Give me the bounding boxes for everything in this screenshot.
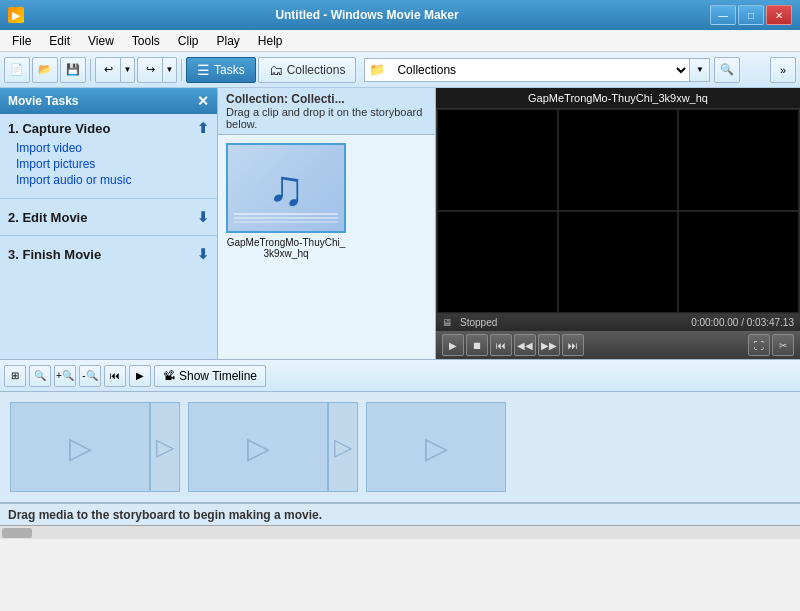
collections-dropdown-arrow[interactable]: ▼	[689, 59, 709, 81]
capture-links: Import video Import pictures Import audi…	[8, 136, 209, 188]
undo-button[interactable]: ↩	[95, 57, 121, 83]
show-timeline-button[interactable]: 📽 Show Timeline	[154, 365, 266, 387]
preview-screen	[436, 108, 800, 314]
preview-screen-icon: 🖥	[442, 317, 452, 328]
preview-status: Stopped	[460, 317, 687, 328]
storyboard-group-2: ▷ ▷	[188, 402, 358, 492]
tab-collections-label: Collections	[287, 63, 346, 77]
preview-time: 0:00:00.00 / 0:03:47.13	[691, 317, 794, 328]
storyboard-slot-3[interactable]: ▷	[366, 402, 506, 492]
menu-edit[interactable]: Edit	[41, 32, 78, 50]
edit-movie-heading[interactable]: 2. Edit Movie ⬇	[8, 209, 209, 225]
media-label: GapMeTrongMo-ThuyChi_3k9xw_hq	[226, 237, 346, 259]
storyboard-slot-2[interactable]: ▷	[188, 402, 328, 492]
collections-dropdown[interactable]: 📁 Collections ▼	[364, 58, 710, 82]
app-icon: ▶	[8, 7, 24, 23]
save-button[interactable]: 💾	[60, 57, 86, 83]
collections-select[interactable]: Collections	[389, 59, 689, 81]
music-lines	[228, 213, 344, 223]
preview-cell-3	[678, 109, 799, 211]
capture-video-heading[interactable]: 1. Capture Video ⬆	[8, 120, 209, 136]
storyboard-group-1: ▷ ▷	[10, 402, 180, 492]
rewind-tl-button[interactable]: ⏮	[104, 365, 126, 387]
new-button[interactable]: 📄	[4, 57, 30, 83]
preview-cell-1	[437, 109, 558, 211]
toolbar: 📄 📂 💾 ↩ ▼ ↪ ▼ ☰ Tasks 🗂 Collections 📁 Co…	[0, 52, 800, 88]
import-pictures-link[interactable]: Import pictures	[16, 156, 209, 172]
main-content: Movie Tasks ✕ 1. Capture Video ⬆ Import …	[0, 88, 800, 360]
storyboard-slot-1[interactable]: ▷	[10, 402, 150, 492]
storyboard-group-3: ▷	[366, 402, 506, 492]
open-button[interactable]: 📂	[32, 57, 58, 83]
title-bar: ▶ Untitled - Windows Movie Maker — □ ✕	[0, 0, 800, 30]
collection-description: Drag a clip and drop it on the storyboar…	[226, 106, 427, 130]
storyboard-arrow-2: ▷	[328, 402, 358, 492]
storyboard-arrow-1: ▷	[150, 402, 180, 492]
menu-help[interactable]: Help	[250, 32, 291, 50]
preview-extra-controls: ⛶ ✂	[748, 334, 794, 356]
preview-cell-5	[558, 211, 679, 313]
scroll-thumb[interactable]	[2, 528, 32, 538]
finish-chevron-down: ⬇	[197, 246, 209, 262]
panel-close-button[interactable]: ✕	[197, 93, 209, 109]
split-button[interactable]: ✂	[772, 334, 794, 356]
toolbar-overflow[interactable]: »	[770, 57, 796, 83]
tab-tasks[interactable]: ☰ Tasks	[186, 57, 256, 83]
finish-movie-section: 3. Finish Movie ⬇	[0, 240, 217, 268]
timeline-toolbar: ⊞ 🔍 +🔍 -🔍 ⏮ ▶ 📽 Show Timeline	[0, 360, 800, 392]
finish-movie-heading[interactable]: 3. Finish Movie ⬇	[8, 246, 209, 262]
tasks-icon: ☰	[197, 62, 210, 78]
undo-dropdown[interactable]: ▼	[121, 57, 135, 83]
slot-placeholder-1: ▷	[69, 430, 92, 465]
slot-placeholder-2: ▷	[247, 430, 270, 465]
stop-button[interactable]: ⏹	[466, 334, 488, 356]
collections-search-button[interactable]: 🔍	[714, 57, 740, 83]
collection-header: Collection: Collecti... Drag a clip and …	[218, 88, 435, 135]
rewind-button[interactable]: ⏮	[490, 334, 512, 356]
menu-file[interactable]: File	[4, 32, 39, 50]
back-frame-button[interactable]: ◀◀	[514, 334, 536, 356]
collection-panel: Collection: Collecti... Drag a clip and …	[218, 88, 436, 359]
preview-cell-6	[678, 211, 799, 313]
edit-chevron-down: ⬇	[197, 209, 209, 225]
preview-cell-2	[558, 109, 679, 211]
import-audio-link[interactable]: Import audio or music	[16, 172, 209, 188]
window-controls: — □ ✕	[710, 5, 792, 25]
playback-controls: ▶ ⏹ ⏮ ◀◀ ▶▶ ⏭	[442, 334, 584, 356]
preview-cell-4	[437, 211, 558, 313]
fullscreen-button[interactable]: ⛶	[748, 334, 770, 356]
collections-icon: 🗂	[269, 62, 283, 78]
maximize-button[interactable]: □	[738, 5, 764, 25]
preview-status-bar: 🖥 Stopped 0:00:00.00 / 0:03:47.13	[436, 314, 800, 331]
divider-1	[0, 198, 217, 199]
redo-button[interactable]: ↪	[137, 57, 163, 83]
menu-bar: File Edit View Tools Clip Play Help	[0, 30, 800, 52]
slot-placeholder-3: ▷	[425, 430, 448, 465]
collection-body: ♫ GapMeTrongMo-ThuyChi_3k9xw_hq	[218, 135, 435, 267]
redo-dropdown[interactable]: ▼	[163, 57, 177, 83]
horizontal-scrollbar[interactable]	[0, 525, 800, 539]
zoom-in-button[interactable]: +🔍	[54, 365, 76, 387]
window-title: Untitled - Windows Movie Maker	[24, 8, 710, 22]
panel-header: Movie Tasks ✕	[0, 88, 217, 114]
tab-collections[interactable]: 🗂 Collections	[258, 57, 357, 83]
menu-play[interactable]: Play	[209, 32, 248, 50]
import-video-link[interactable]: Import video	[16, 140, 209, 156]
forward-frame-button[interactable]: ▶▶	[538, 334, 560, 356]
show-timeline-label: Show Timeline	[179, 369, 257, 383]
menu-tools[interactable]: Tools	[124, 32, 168, 50]
menu-view[interactable]: View	[80, 32, 122, 50]
menu-clip[interactable]: Clip	[170, 32, 207, 50]
zoom-out-button[interactable]: -🔍	[79, 365, 101, 387]
fast-forward-button[interactable]: ⏭	[562, 334, 584, 356]
media-thumbnail[interactable]: ♫	[226, 143, 346, 233]
zoom-magnifier-button[interactable]: 🔍	[29, 365, 51, 387]
play-tl-button[interactable]: ▶	[129, 365, 151, 387]
play-button[interactable]: ▶	[442, 334, 464, 356]
separator-2	[181, 59, 182, 81]
timeline-icon: 📽	[163, 369, 175, 383]
storyboard-toggle[interactable]: ⊞	[4, 365, 26, 387]
left-panel: Movie Tasks ✕ 1. Capture Video ⬆ Import …	[0, 88, 218, 359]
minimize-button[interactable]: —	[710, 5, 736, 25]
close-button[interactable]: ✕	[766, 5, 792, 25]
